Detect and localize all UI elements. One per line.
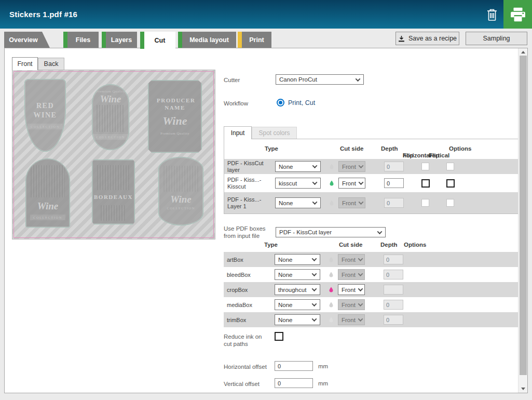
flip-horizontal-checkbox[interactable] [421, 179, 430, 188]
tab-back-label: Back [44, 60, 59, 68]
horizontal-offset-unit: mm [318, 363, 328, 369]
cut-side-select: Front [338, 197, 365, 208]
chevron-down-icon [312, 199, 318, 205]
save-as-recipe-button[interactable]: Save as a recipe [395, 32, 459, 45]
sticker-subtitle: COLLECTION [28, 124, 63, 129]
scroll-down-arrow[interactable] [519, 385, 528, 393]
workflow-radio-selected[interactable] [277, 99, 284, 106]
cut-side-select: Front [338, 299, 365, 310]
delete-button[interactable] [484, 7, 500, 22]
chevron-down-icon [358, 199, 363, 205]
table-row-cropbox: cropBox throughcut Front [224, 282, 519, 297]
grapes-illustration [31, 165, 65, 197]
tab-print[interactable]: Print [238, 32, 271, 48]
sticker-wine-grapes: Wine COLLECTION [25, 158, 70, 228]
cut-settings-panel: Front Back RED WINE COLLECTION Premium Q… [4, 48, 528, 393]
vertical-scrollbar[interactable] [518, 48, 527, 393]
tab-spot-colors[interactable]: Spot colors [252, 127, 297, 139]
pdf-boxes-value: PDF - KissCut layer [279, 229, 332, 235]
horizontal-offset-input[interactable] [275, 361, 313, 371]
row-label: bleedBox [224, 272, 275, 278]
workflow-label: Workflow [224, 100, 248, 107]
pdf-boxes-select[interactable]: PDF - KissCut layer [276, 227, 386, 237]
sticker-subtitle: COLLECTION [30, 215, 65, 220]
type-select[interactable]: None [275, 269, 320, 280]
type-select[interactable]: None [275, 314, 320, 325]
cutter-select[interactable]: Canon ProCut [276, 74, 364, 85]
scroll-up-arrow[interactable] [519, 48, 528, 56]
sticker-title: Wine [100, 94, 121, 105]
row-label: mediaBox [224, 302, 275, 308]
tab-front[interactable]: Front [12, 57, 38, 70]
droplet-icon-gray [325, 199, 338, 207]
type-select[interactable]: kisscut [275, 178, 321, 189]
tab-layers-label: Layers [107, 36, 132, 44]
tab-layers[interactable]: Layers [102, 32, 137, 48]
print-button[interactable] [503, 0, 532, 29]
tab-cut-label: Cut [151, 37, 166, 44]
sticker-bordeaux: BORDEAUX [92, 159, 135, 224]
sticker-subtitle: COLLECTION [93, 134, 128, 140]
flip-vertical-checkbox[interactable] [446, 179, 455, 188]
chevron-down-icon [312, 163, 318, 168]
type-select[interactable]: None [275, 161, 321, 172]
tab-media-layout[interactable]: Media layout [178, 32, 236, 48]
chevron-down-icon [312, 286, 317, 291]
tab-back[interactable]: Back [38, 58, 64, 70]
vertical-offset-label: Vertical offset [224, 380, 260, 388]
tab-files[interactable]: Files [63, 32, 99, 48]
tab-overview[interactable]: Overview [4, 32, 50, 48]
depth-input [384, 270, 403, 279]
table-row-artbox: artBox None Front [224, 252, 519, 267]
header-cut-side: Cut side [339, 242, 362, 248]
header-type: Type [265, 145, 278, 152]
flip-horizontal-checkbox [421, 199, 429, 207]
type-select[interactable]: None [275, 299, 320, 310]
sticker-top-text: PRODUCER NAME [157, 97, 193, 112]
sticker-title: Wine [170, 194, 191, 205]
trash-icon [486, 8, 498, 22]
sticker-wine-collection: Wine COLLECTION [158, 157, 203, 225]
depth-input[interactable] [384, 178, 404, 188]
sticker-producer-name: PRODUCER NAME Wine Premium Quality [148, 80, 202, 153]
row-label: cropBox [224, 287, 275, 293]
sticker-red-wine: RED WINE COLLECTION [24, 79, 66, 152]
chevron-down-icon [358, 180, 363, 185]
reduce-ink-label: Reduce ink on cut paths [224, 333, 265, 348]
sampling-button[interactable]: Sampling [466, 32, 527, 45]
row-label: PDF - KissCut layer [224, 160, 275, 174]
reduce-ink-checkbox[interactable] [275, 332, 283, 341]
type-select[interactable]: throughcut [275, 284, 320, 295]
tab-input[interactable]: Input [224, 126, 252, 139]
chevron-down-icon [377, 229, 383, 234]
type-select[interactable]: None [275, 254, 320, 265]
scrollbar-thumb[interactable] [520, 56, 527, 375]
use-pdf-boxes-label: Use PDF boxes from input file [224, 225, 274, 239]
download-icon [398, 35, 405, 42]
sticker-title: RED WINE [25, 101, 65, 119]
printer-icon [510, 7, 526, 22]
layers-status-indicator [102, 32, 106, 48]
type-select[interactable]: None [275, 197, 321, 208]
depth-input [384, 300, 403, 310]
tab-media-layout-label: Media layout [185, 36, 229, 44]
tab-cut-active[interactable]: Cut [140, 32, 175, 49]
cut-side-select[interactable]: Front [338, 178, 365, 189]
job-preview: RED WINE COLLECTION Premium Quality Wine… [12, 70, 215, 239]
row-label: PDF - Kiss...- Kisscut [224, 177, 275, 190]
vertical-offset-unit: mm [318, 380, 328, 386]
title-bar: Stickers 1.pdf #16 [0, 0, 532, 29]
chevron-down-icon [358, 286, 363, 291]
cut-side-select[interactable]: Front [338, 284, 365, 295]
table-row-kisscut: PDF - Kiss...- Kisscut kisscut Front [224, 174, 518, 192]
cut-side-select: Front [338, 161, 365, 172]
layer-table-header: Type Cut side Depth Fliphorizontal Flipv… [224, 139, 518, 159]
chevron-down-icon [358, 163, 363, 168]
files-status-indicator [63, 32, 67, 48]
flip-horizontal-checkbox [421, 163, 429, 170]
row-label: PDF - Kiss...- Layer 1 [224, 196, 275, 210]
droplet-icon-gray [324, 256, 338, 263]
header-cut-side: Cut side [340, 145, 363, 152]
vertical-offset-input[interactable] [275, 378, 313, 388]
vineyard-illustration [97, 105, 125, 132]
